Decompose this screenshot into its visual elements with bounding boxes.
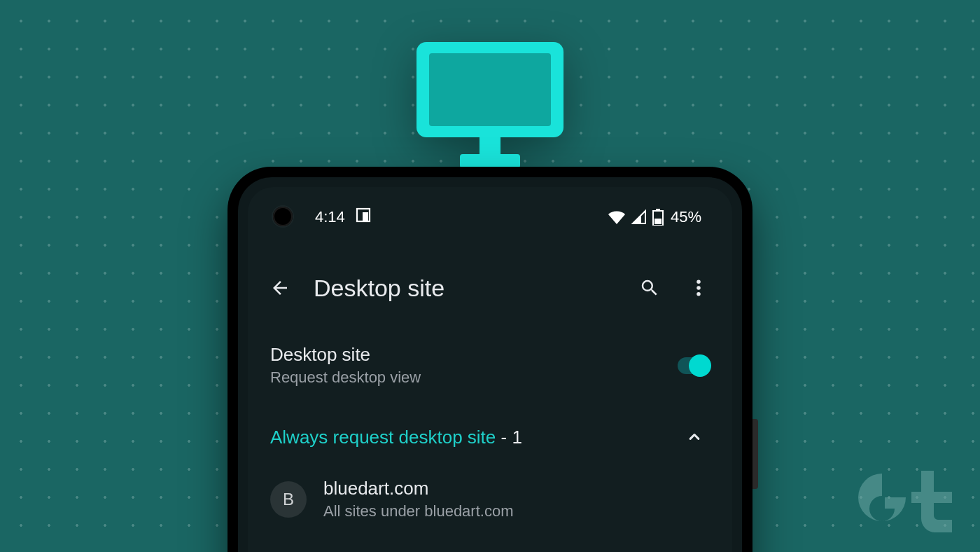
svg-rect-3: [460, 154, 520, 168]
svg-rect-8: [654, 219, 662, 224]
app-bar: Desktop site: [248, 267, 732, 309]
svg-point-10: [696, 286, 701, 290]
back-arrow-icon: [270, 277, 290, 298]
signal-icon: [631, 209, 647, 225]
search-icon: [639, 277, 660, 298]
more-vert-icon: [688, 277, 709, 298]
site-avatar-initial: B: [283, 490, 294, 509]
svg-rect-1: [429, 53, 551, 126]
settings-content: Desktop site Request desktop view Always…: [248, 334, 732, 552]
phone-screen: 4:14: [248, 187, 732, 552]
setting-subtitle: Request desktop view: [270, 368, 421, 387]
screenshot-icon: [355, 207, 372, 228]
phone-bezel: 4:14: [238, 177, 742, 552]
watermark-logo: [854, 467, 959, 539]
svg-rect-2: [479, 137, 500, 154]
svg-rect-5: [363, 212, 368, 221]
status-time: 4:14: [315, 208, 345, 226]
battery-icon: [652, 209, 664, 226]
phone-power-button: [752, 419, 758, 489]
monitor-icon: [416, 42, 564, 168]
back-button[interactable]: [265, 272, 295, 303]
page-title: Desktop site: [314, 275, 616, 302]
svg-point-11: [696, 292, 701, 296]
site-list-item[interactable]: B bluedart.com All sites under bluedart.…: [265, 464, 715, 534]
phone-frame: 4:14: [227, 167, 752, 552]
more-button[interactable]: [683, 272, 714, 303]
svg-point-9: [696, 280, 701, 284]
section-label: Always request desktop site - 1: [270, 427, 522, 448]
search-button[interactable]: [634, 272, 665, 303]
always-request-section[interactable]: Always request desktop site - 1: [265, 403, 715, 464]
site-subtitle: All sites under bluedart.com: [323, 502, 513, 520]
desktop-site-toggle[interactable]: [678, 357, 710, 374]
status-bar: 4:14: [248, 207, 732, 228]
desktop-site-toggle-row[interactable]: Desktop site Request desktop view: [265, 334, 715, 396]
chevron-up-icon: [685, 427, 704, 447]
setting-title: Desktop site: [270, 344, 421, 366]
wifi-icon: [608, 209, 626, 225]
collapse-button[interactable]: [679, 422, 710, 453]
status-battery: 45%: [671, 208, 701, 226]
site-domain: bluedart.com: [323, 478, 513, 499]
site-avatar: B: [270, 481, 307, 518]
